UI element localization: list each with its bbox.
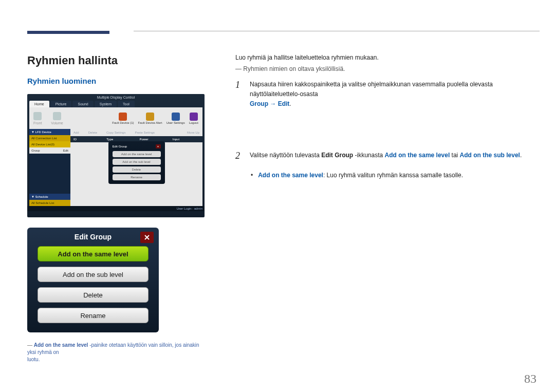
step-1-path: Group → Edit bbox=[250, 100, 289, 107]
th-id: ID bbox=[70, 136, 103, 142]
tab-tool[interactable]: Tool bbox=[118, 101, 135, 107]
close-icon[interactable]: × bbox=[156, 144, 161, 148]
dash-note: Ryhmien nimien on oltava yksilöllisiä. bbox=[235, 65, 540, 72]
popup-add-same[interactable]: Add on the same level bbox=[113, 151, 161, 157]
step-2-number: 2 bbox=[235, 151, 243, 161]
action-copy[interactable]: Copy Settings bbox=[106, 131, 125, 134]
tab-picture[interactable]: Picture bbox=[50, 101, 72, 107]
intro-text: Luo ryhmiä ja hallitse laiteluetteloa ry… bbox=[235, 54, 540, 61]
mdc-toolbar: Front Volume Fault Device (1) Fault Devi… bbox=[29, 107, 202, 129]
rename-button[interactable]: Rename bbox=[38, 308, 149, 323]
header-accent-bar bbox=[27, 31, 109, 34]
close-icon[interactable] bbox=[140, 232, 154, 243]
mdc-main: Add Delete Copy Settings Paste Settings … bbox=[70, 129, 202, 206]
tab-sound[interactable]: Sound bbox=[72, 101, 93, 107]
step-1-text: Napsauta hiiren kakkospainiketta ja vali… bbox=[250, 81, 493, 98]
toolbar-user-settings[interactable]: User Settings bbox=[166, 113, 185, 124]
bullet-same-level: Add on the same level: Luo ryhmä valitun… bbox=[251, 172, 540, 179]
th-input: Input bbox=[170, 136, 202, 142]
action-paste[interactable]: Paste Settings bbox=[135, 131, 155, 134]
popup-rename[interactable]: Rename bbox=[113, 174, 161, 180]
add-sub-level-button[interactable]: Add on the sub level bbox=[38, 267, 149, 282]
edit-group-popup: Edit Group × Add on the same level Add o… bbox=[108, 141, 165, 184]
step-1: 1 Napsauta hiiren kakkospainiketta ja va… bbox=[235, 80, 540, 109]
toolbar-fault-alert[interactable]: Fault Device Alert bbox=[138, 113, 162, 124]
page-title: Ryhmien hallinta bbox=[27, 54, 205, 67]
step-2-b: -ikkunasta bbox=[353, 152, 384, 159]
step-2: 2 Valitse näyttöön tulevasta Edit Group … bbox=[235, 151, 540, 161]
action-add[interactable]: Add bbox=[73, 131, 79, 134]
toolbar-fault-device[interactable]: Fault Device (1) bbox=[112, 113, 134, 124]
popup-delete[interactable]: Delete bbox=[113, 166, 161, 173]
mdc-tabs: Home Picture Sound System Tool bbox=[27, 101, 205, 107]
popup-add-sub[interactable]: Add on the sub level bbox=[113, 159, 161, 165]
mdc-sidebar: ▼ LFD Device All Connection List All Dev… bbox=[29, 129, 70, 206]
bullet-blue: Add on the same level bbox=[258, 172, 323, 179]
side-schedule-list[interactable]: All Schedule List bbox=[29, 200, 70, 206]
step-1-dot: . bbox=[289, 100, 291, 107]
action-delete[interactable]: Delete bbox=[88, 131, 97, 134]
section-title: Ryhmien luominen bbox=[27, 77, 205, 88]
step-1-number: 1 bbox=[235, 80, 243, 109]
side-group-row[interactable]: Group Edit bbox=[29, 147, 70, 154]
header-rule bbox=[134, 31, 540, 31]
left-footnote: Add on the same level -painike otetaan k… bbox=[27, 342, 205, 363]
mdc-main-actions: Add Delete Copy Settings Paste Settings … bbox=[70, 129, 202, 136]
tab-home[interactable]: Home bbox=[29, 101, 49, 107]
toolbar-volume: Volume bbox=[51, 112, 63, 125]
mdc-window-title: Multiple Display Control bbox=[27, 94, 205, 101]
side-lfd[interactable]: ▼ LFD Device bbox=[29, 129, 70, 135]
edit-group-dialog: Edit Group Add on the same level Add on … bbox=[27, 228, 159, 332]
bullet-rest: : Luo ryhmä valitun ryhmän kanssa samall… bbox=[323, 172, 463, 179]
side-group-label: Group bbox=[31, 149, 40, 152]
delete-button[interactable]: Delete bbox=[38, 287, 149, 303]
side-schedule[interactable]: ▼ Schedule bbox=[29, 194, 70, 200]
tab-system[interactable]: System bbox=[95, 101, 117, 107]
side-all-devices[interactable]: All Device List(0) bbox=[29, 141, 70, 147]
step-2-blue1: Add on the same level bbox=[385, 152, 450, 159]
toolbar-front: Front bbox=[33, 112, 42, 125]
step-2-a: Valitse näyttöön tulevasta bbox=[250, 152, 321, 159]
side-conn[interactable]: All Connection List bbox=[29, 135, 70, 141]
mdc-screenshot: Multiple Display Control Home Picture So… bbox=[27, 94, 205, 217]
step-2-dot: . bbox=[520, 152, 522, 159]
action-move-up[interactable]: Move Up bbox=[187, 131, 199, 134]
step-2-c: tai bbox=[450, 152, 459, 159]
step-2-blue2: Add on the sub level bbox=[460, 152, 520, 159]
toolbar-logout[interactable]: Logout bbox=[189, 113, 198, 124]
mdc-footer: User Login : admin bbox=[27, 206, 205, 211]
side-group-edit[interactable]: Edit bbox=[63, 149, 68, 152]
add-same-level-button[interactable]: Add on the same level bbox=[38, 246, 149, 262]
edit-group-title: Edit Group bbox=[27, 233, 159, 241]
page-number: 83 bbox=[524, 372, 536, 386]
step-2-bold: Edit Group bbox=[321, 152, 353, 159]
popup-title: Edit Group bbox=[113, 145, 127, 148]
